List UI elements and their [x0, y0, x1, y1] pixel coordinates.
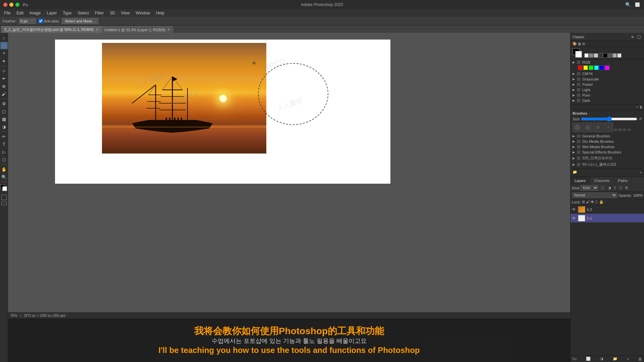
swatch-darkgray[interactable] — [598, 53, 603, 58]
brush-group-wet[interactable]: ▶ Wet Media Brushes — [573, 144, 642, 149]
swatch-magenta[interactable] — [605, 65, 609, 70]
delete-swatch-icon[interactable]: 🗑 — [639, 105, 643, 109]
swatch-nearwhite[interactable] — [617, 53, 622, 58]
menu-window[interactable]: Window — [133, 10, 153, 16]
filter-adjust-icon[interactable]: ◑ — [607, 185, 612, 190]
tab-0[interactable]: 2_2_실전_머프컬러하는방법.psd @ 50% (1-1, RGB/8) ✕ — [1, 26, 101, 33]
text-tool[interactable]: T — [0, 140, 8, 148]
new-brush-icon[interactable]: + — [640, 170, 642, 174]
new-fill-layer-icon[interactable]: ◑ — [600, 357, 603, 361]
pen-tool[interactable]: ✏ — [0, 133, 8, 140]
clone-tool[interactable]: ⚙ — [0, 100, 8, 107]
select-mask-button[interactable]: Select and Mask... — [62, 18, 98, 24]
brush-group-korean1[interactable]: ▶ 220_인케인브러쉬 — [573, 155, 642, 161]
crop-tool[interactable]: ⊹ — [0, 67, 8, 74]
filter-shape-icon[interactable]: ⬡ — [618, 185, 623, 190]
menu-layer[interactable]: Layer — [44, 10, 59, 16]
kind-select[interactable]: Kind Name Effect Mode — [581, 185, 598, 191]
delete-layer-icon[interactable]: 🗑 — [638, 357, 642, 361]
zoom-tool[interactable]: 🔍 — [0, 173, 8, 181]
tab-close-1[interactable]: ✕ — [167, 28, 170, 32]
fg-bg-colors[interactable] — [573, 48, 582, 58]
swatch-blue[interactable] — [599, 65, 604, 70]
feather-input[interactable] — [19, 18, 36, 24]
brush-group-general[interactable]: ▶ General Brushes — [573, 133, 642, 139]
brush-tool[interactable]: 🖌 — [0, 90, 8, 98]
pastel-group-header[interactable]: ▶ Pastel — [573, 82, 642, 87]
gradient-tool[interactable]: ▦ — [0, 115, 8, 123]
new-layer-icon[interactable]: + — [627, 357, 629, 361]
eyedropper-tool[interactable]: ✒ — [0, 75, 8, 82]
arrange-panels-icon[interactable]: ⬡ — [636, 34, 642, 40]
eraser-tool[interactable]: ◻ — [0, 108, 8, 115]
menu-filter[interactable]: Filter — [92, 10, 107, 16]
new-group-icon[interactable]: 📁 — [613, 357, 618, 361]
maximize-button[interactable] — [15, 3, 19, 7]
add-swatch-icon[interactable]: + — [636, 105, 638, 109]
menu-help[interactable]: Help — [153, 10, 167, 16]
brush-group-dry[interactable]: ▶ Dry Media Brushes — [573, 139, 642, 144]
layer-item-0[interactable]: 👁 1-2 — [571, 205, 644, 214]
swatch-green[interactable] — [589, 65, 593, 70]
lock-position-icon[interactable]: ✚ — [591, 200, 594, 204]
shape-tool[interactable]: ⬡ — [0, 156, 8, 163]
color-panel-icon[interactable]: 🎨 — [573, 42, 577, 46]
arrange-icon[interactable]: ⬜ — [635, 2, 640, 7]
new-brush-group-icon[interactable]: 📁 — [573, 170, 577, 174]
layer-item-1[interactable]: 👁 1-1 — [571, 214, 644, 223]
size-slider[interactable] — [581, 117, 637, 121]
layers-tab[interactable]: Layers — [571, 177, 590, 184]
light-group-header[interactable]: ▶ Light — [573, 87, 642, 92]
quick-select-tool[interactable]: ✦ — [0, 57, 8, 65]
layer-1-visibility[interactable]: 👁 — [572, 216, 577, 221]
tab-close-0[interactable]: ✕ — [96, 28, 98, 32]
menu-3d[interactable]: 3D — [107, 10, 117, 16]
filter-type-icon[interactable]: T — [613, 186, 617, 190]
pattern-panel-icon[interactable]: ⊞ — [582, 42, 585, 46]
menu-view[interactable]: View — [118, 10, 132, 16]
move-tool[interactable]: ↕ — [0, 34, 8, 42]
lock-pixels-icon[interactable]: 🖌 — [586, 200, 590, 204]
lasso-tool[interactable]: ⌖ — [0, 50, 8, 57]
dark-group-header[interactable]: ▶ Dark — [573, 98, 642, 103]
gradient-panel-icon[interactable]: ▦ — [578, 42, 581, 46]
menu-file[interactable]: File — [1, 10, 13, 16]
foreground-color[interactable] — [0, 184, 8, 192]
menu-edit[interactable]: Edit — [14, 10, 26, 16]
cmyk-group-header[interactable]: ▶ CMYK — [573, 71, 642, 76]
swatch-white[interactable] — [584, 53, 589, 58]
layer-fx-icon[interactable]: Fx — [573, 357, 577, 361]
screen-mode-btn[interactable] — [1, 202, 7, 205]
menu-type[interactable]: Type — [60, 10, 74, 16]
grayscale-group-header[interactable]: ▶ Grayscale — [573, 77, 642, 81]
swatch-lightgray[interactable] — [594, 53, 598, 58]
search-icon[interactable]: 🔍 — [625, 2, 631, 7]
paths-tab[interactable]: Paths — [614, 177, 632, 184]
brush-preset-10[interactable] — [604, 123, 613, 132]
filter-toggle[interactable]: ⚙ — [624, 185, 629, 190]
swatch-midgray[interactable] — [608, 53, 612, 58]
swatch-gray[interactable] — [589, 53, 593, 58]
brush-preset-40[interactable] — [573, 123, 582, 132]
swatch-black[interactable] — [603, 53, 607, 58]
filter-pixel-icon[interactable]: ⬛ — [600, 185, 606, 190]
lock-artboard-icon[interactable]: ⬡ — [595, 200, 598, 204]
tab-1[interactable]: Untitled-1 @ 33.3% (Layer 1, RGB/8) ✕ — [101, 26, 173, 33]
swatch-cyan[interactable] — [594, 65, 599, 70]
dodge-tool[interactable]: ◑ — [0, 123, 8, 130]
swatch-yellow[interactable] — [583, 65, 588, 70]
marquee-tool[interactable]: ⬚ — [0, 42, 8, 49]
opacity-value[interactable]: 100% — [633, 193, 643, 197]
brush-preset-30[interactable] — [583, 123, 592, 132]
minimize-button[interactable] — [9, 3, 13, 7]
path-select-tool[interactable]: ▷ — [0, 148, 8, 156]
brush-group-korean2[interactable]: ▶ 하니소니_클래스101 — [573, 161, 642, 168]
menu-image[interactable]: Image — [27, 10, 43, 16]
lock-all-icon[interactable]: 🔒 — [599, 200, 604, 204]
add-mask-icon[interactable]: ⬜ — [586, 357, 591, 361]
mask-mode-btn[interactable] — [1, 195, 7, 200]
rgb-group-header[interactable]: ▶ RGB — [573, 60, 642, 65]
pure-group-header[interactable]: ▶ Pure — [573, 93, 642, 98]
panel-menu-icon[interactable]: ≡ — [630, 34, 635, 40]
brush-preset-20[interactable] — [593, 123, 603, 132]
